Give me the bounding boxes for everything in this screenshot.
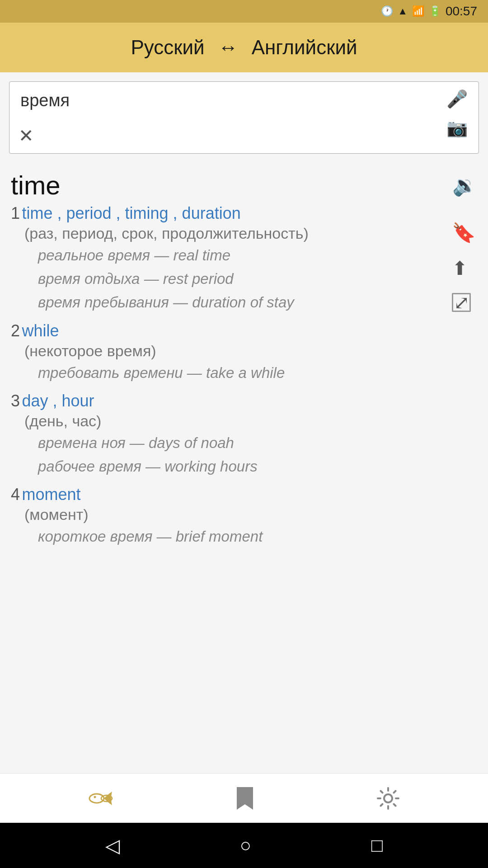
- translate-nav-button[interactable]: [88, 787, 114, 810]
- action-icons: 🔖 ⬆ ⤢: [452, 222, 475, 312]
- translation-ru-4: (момент): [24, 506, 477, 524]
- source-language[interactable]: Русский: [131, 36, 204, 59]
- battery-icon: 🔋: [429, 5, 441, 17]
- expand-icon[interactable]: ⤢: [452, 293, 471, 312]
- status-icons: 🕐 ▲ 📶 🔋 00:57: [381, 4, 477, 19]
- recent-button[interactable]: □: [371, 835, 383, 856]
- bottom-navigation: [0, 773, 488, 823]
- translation-words-3[interactable]: day , hour: [22, 392, 94, 410]
- home-button[interactable]: ○: [240, 835, 251, 856]
- svg-point-1: [94, 796, 96, 798]
- clear-icon[interactable]: ✕: [19, 125, 34, 146]
- sound-icon[interactable]: 🔉: [452, 174, 477, 197]
- target-language[interactable]: Английский: [252, 36, 357, 59]
- translation-group-3: 3 day , hour (день, час) времена ноя — d…: [11, 392, 477, 477]
- translation-number-4: 4: [11, 485, 20, 504]
- translation-number-2: 2: [11, 321, 20, 340]
- translation-ru-2: (некоторое время): [24, 342, 477, 360]
- search-box[interactable]: время 🎤 📷 ✕: [9, 81, 479, 154]
- translation-example-3-1: времена ноя — days of noah: [38, 433, 477, 453]
- svg-point-3: [384, 794, 392, 802]
- language-header: Русский ↔ Английский: [0, 23, 488, 72]
- translation-group-2: 2 while (некоторое время) требовать врем…: [11, 321, 477, 383]
- back-button[interactable]: ◁: [105, 835, 120, 857]
- wifi-icon: ▲: [398, 5, 408, 17]
- translation-example-1-1: реальное время — real time: [38, 245, 477, 266]
- translation-example-4-1: короткое время — brief moment: [38, 526, 477, 547]
- status-time: 00:57: [446, 4, 477, 19]
- search-input[interactable]: время: [20, 91, 468, 110]
- settings-nav-button[interactable]: [376, 786, 400, 811]
- swap-languages-icon[interactable]: ↔: [218, 36, 238, 59]
- translation-ru-3: (день, час): [24, 412, 477, 430]
- search-action-icons: 🎤 📷: [446, 89, 468, 138]
- translation-example-2-1: требовать времени — take a while: [38, 363, 477, 383]
- translation-example-3-2: рабочее время — working hours: [38, 456, 477, 477]
- clock-icon: 🕐: [381, 5, 393, 17]
- translation-words-4[interactable]: moment: [22, 485, 80, 504]
- bookmark-icon[interactable]: 🔖: [452, 222, 475, 244]
- main-word: time: [11, 170, 61, 200]
- translation-example-1-3: время пребывания — duration of stay: [38, 292, 477, 313]
- translation-group-1: 1 time , period , timing , duration (раз…: [11, 204, 477, 313]
- share-icon[interactable]: ⬆: [452, 257, 475, 279]
- translation-number-3: 3: [11, 392, 20, 410]
- translation-ru-1: (раз, период, срок, продолжительность): [24, 225, 477, 242]
- camera-icon[interactable]: 📷: [446, 118, 468, 138]
- word-header: time 🔉: [0, 163, 488, 204]
- translation-words-1[interactable]: time , period , timing , duration: [22, 204, 240, 222]
- translations-list: 1 time , period , timing , duration (раз…: [0, 204, 488, 773]
- status-bar: 🕐 ▲ 📶 🔋 00:57: [0, 0, 488, 23]
- translation-group-4: 4 moment (момент) короткое время — brief…: [11, 485, 477, 547]
- translation-example-1-2: время отдыха — rest period: [38, 269, 477, 289]
- bookmarks-nav-button[interactable]: [235, 785, 255, 811]
- translation-words-2[interactable]: while: [22, 321, 59, 340]
- android-navigation: ◁ ○ □: [0, 823, 488, 868]
- microphone-icon[interactable]: 🎤: [446, 89, 468, 109]
- translation-number-1: 1: [11, 204, 20, 222]
- signal-icon: 📶: [412, 5, 424, 17]
